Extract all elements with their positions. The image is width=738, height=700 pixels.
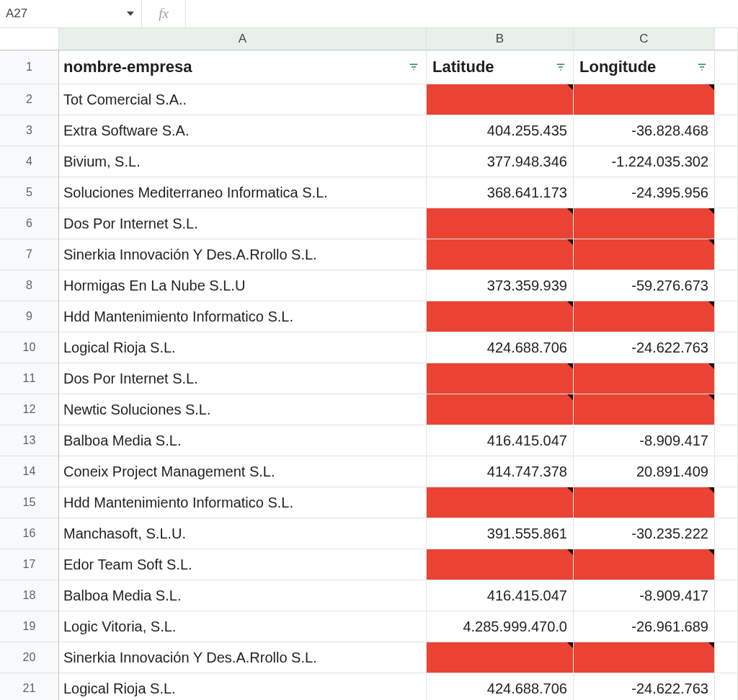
cell-b[interactable] [427,84,574,115]
cell-a[interactable]: Soluciones Mediterraneo Informatica S.L. [59,177,427,208]
cell-b[interactable] [427,301,574,332]
spacer-cell[interactable] [715,208,738,239]
col-header-B[interactable]: B [427,28,574,50]
row-header[interactable]: 16 [0,518,59,549]
cell-a[interactable]: Hdd Mantenimiento Informatico S.L. [59,301,427,332]
cell-a[interactable]: Hormigas En La Nube S.L.U [59,270,427,301]
col-header-A[interactable]: A [59,28,427,50]
cell-a[interactable]: Dos Por Internet S.L. [59,363,427,394]
header-cell-C[interactable]: Longitude [574,50,715,84]
spacer-cell[interactable] [715,642,738,673]
cell-b[interactable] [427,239,574,270]
cell-c[interactable] [574,208,715,239]
cell-b[interactable] [427,394,574,425]
cell-b[interactable]: 373.359.939 [427,270,574,301]
cell-c[interactable]: -36.828.468 [574,115,715,146]
cell-a[interactable]: Tot Comercial S.A.. [59,84,427,115]
row-header[interactable]: 2 [0,84,59,115]
fx-icon[interactable]: fx [142,0,186,27]
spacer-cell[interactable] [715,611,738,642]
row-header[interactable]: 4 [0,146,59,177]
header-cell-A[interactable]: nombre-empresa [59,50,427,84]
row-header[interactable]: 19 [0,611,59,642]
filter-icon[interactable] [554,61,567,74]
cell-b[interactable]: 377.948.346 [427,146,574,177]
spacer-cell[interactable] [715,394,738,425]
row-header[interactable]: 21 [0,673,59,700]
header-cell-B[interactable]: Latitude [427,50,574,84]
spacer-cell[interactable] [715,487,738,518]
cell-a[interactable]: Hdd Mantenimiento Informatico S.L. [59,487,427,518]
cell-a[interactable]: Sinerkia Innovación Y Des.A.Rrollo S.L. [59,642,427,673]
cell-b[interactable]: 4.285.999.470.0 [427,611,574,642]
filter-icon[interactable] [695,61,708,74]
cell-a[interactable]: Sinerkia Innovación Y Des.A.Rrollo S.L. [59,239,427,270]
row-header[interactable]: 1 [0,50,59,84]
spacer-cell[interactable] [715,177,738,208]
row-header[interactable]: 13 [0,425,59,456]
cell-c[interactable]: -30.235.222 [574,518,715,549]
cell-c[interactable]: -8.909.417 [574,580,715,611]
spacer-cell[interactable] [715,301,738,332]
cell-c[interactable] [574,84,715,115]
cell-c[interactable] [574,642,715,673]
spacer-cell[interactable] [715,456,738,487]
cell-c[interactable]: 20.891.409 [574,456,715,487]
spacer-cell[interactable] [715,673,738,700]
row-header[interactable]: 9 [0,301,59,332]
cell-a[interactable]: Balboa Media S.L. [59,425,427,456]
cell-a[interactable]: Dos Por Internet S.L. [59,208,427,239]
cell-a[interactable]: Extra Software S.A. [59,115,427,146]
cell-c[interactable] [574,487,715,518]
row-header[interactable]: 8 [0,270,59,301]
spacer-cell[interactable] [715,115,738,146]
spacer-cell[interactable] [715,518,738,549]
spacer-cell[interactable] [715,549,738,580]
cell-b[interactable] [427,208,574,239]
name-box[interactable]: A27 [0,0,142,27]
cell-b[interactable]: 391.555.861 [427,518,574,549]
spreadsheet-grid[interactable]: A B C 1 nombre-empresa Latitude Longitud… [0,28,738,700]
cell-b[interactable]: 416.415.047 [427,580,574,611]
cell-a[interactable]: Logic Vitoria, S.L. [59,611,427,642]
cell-c[interactable] [574,394,715,425]
spacer-cell[interactable] [715,146,738,177]
cell-b[interactable]: 424.688.706 [427,673,574,700]
cell-a[interactable]: Edor Team Soft S.L. [59,549,427,580]
spacer-cell[interactable] [715,270,738,301]
col-header-blank[interactable] [715,28,738,50]
cell-a[interactable]: Coneix Project Management S.L. [59,456,427,487]
cell-a[interactable]: Bivium, S.L. [59,146,427,177]
formula-input[interactable] [186,0,738,27]
cell-c[interactable] [574,301,715,332]
row-header[interactable]: 11 [0,363,59,394]
select-all-corner[interactable] [0,28,59,50]
cell-b[interactable]: 404.255.435 [427,115,574,146]
filter-icon[interactable] [407,61,420,74]
cell-a[interactable]: Manchasoft, S.L.U. [59,518,427,549]
spacer-cell[interactable] [715,50,738,84]
spacer-cell[interactable] [715,239,738,270]
cell-c[interactable] [574,549,715,580]
cell-a[interactable]: Balboa Media S.L. [59,580,427,611]
cell-c[interactable] [574,363,715,394]
cell-c[interactable]: -24.622.763 [574,332,715,363]
cell-b[interactable]: 368.641.173 [427,177,574,208]
row-header[interactable]: 14 [0,456,59,487]
cell-b[interactable]: 414.747.378 [427,456,574,487]
cell-b[interactable] [427,363,574,394]
spacer-cell[interactable] [715,363,738,394]
spacer-cell[interactable] [715,332,738,363]
cell-c[interactable]: -24.395.956 [574,177,715,208]
row-header[interactable]: 17 [0,549,59,580]
cell-a[interactable]: Logical Rioja S.L. [59,332,427,363]
row-header[interactable]: 7 [0,239,59,270]
row-header[interactable]: 10 [0,332,59,363]
row-header[interactable]: 15 [0,487,59,518]
row-header[interactable]: 12 [0,394,59,425]
spacer-cell[interactable] [715,425,738,456]
spacer-cell[interactable] [715,84,738,115]
cell-c[interactable] [574,239,715,270]
cell-b[interactable]: 416.415.047 [427,425,574,456]
row-header[interactable]: 3 [0,115,59,146]
